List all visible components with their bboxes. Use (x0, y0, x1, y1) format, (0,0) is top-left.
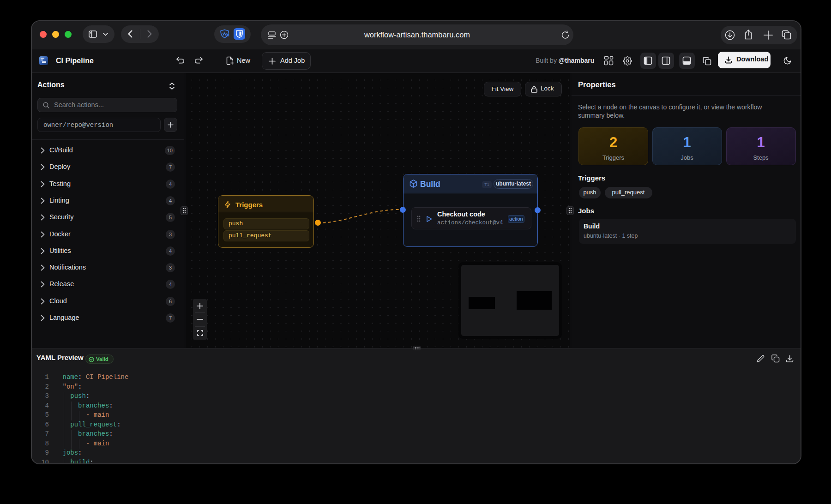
svg-text:M: M (227, 33, 229, 37)
